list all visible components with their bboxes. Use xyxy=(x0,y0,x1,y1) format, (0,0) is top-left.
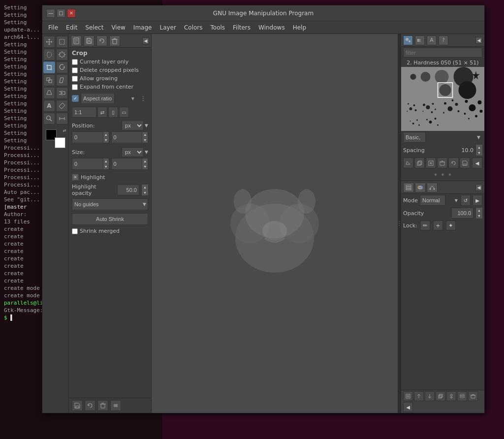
channels-tab[interactable] xyxy=(415,183,426,192)
fixed-checkbox[interactable] xyxy=(72,95,79,102)
layers-merge-btn[interactable] xyxy=(457,391,467,401)
fixed-options-more[interactable]: ⋮ xyxy=(138,95,148,102)
expand-from-center-checkbox[interactable] xyxy=(72,84,78,90)
menu-image[interactable]: Image xyxy=(129,23,156,32)
crop-tool[interactable] xyxy=(43,62,55,73)
position-x-down[interactable]: ▼ xyxy=(103,137,109,143)
brush-save-btn[interactable] xyxy=(460,157,470,168)
allow-growing-row[interactable]: Allow growing xyxy=(69,74,151,83)
brush-panel-expand[interactable]: ◀ xyxy=(475,37,482,44)
opacity-down[interactable]: ▼ xyxy=(475,213,482,219)
delete-cropped-checkbox[interactable] xyxy=(72,67,78,73)
fuzzy-select-tool[interactable] xyxy=(56,49,68,61)
mode-history-btn[interactable]: ▶ xyxy=(472,195,482,206)
lock-pixels-btn[interactable]: ✏ xyxy=(420,220,430,230)
position-y-input[interactable] xyxy=(112,134,142,140)
expand-from-center-row[interactable]: Expand from center xyxy=(69,83,151,91)
background-color[interactable] xyxy=(55,137,65,148)
position-x-up[interactable]: ▲ xyxy=(103,132,109,137)
menu-edit[interactable]: Edit xyxy=(62,23,81,32)
mode-select[interactable]: Normal Dissolve Multiply Screen Overlay xyxy=(420,195,445,206)
options-reset-icon[interactable] xyxy=(96,35,107,46)
options-save-icon[interactable] xyxy=(84,35,94,46)
auto-shrink-button[interactable]: Auto Shrink xyxy=(72,213,148,225)
menu-layer[interactable]: Layer xyxy=(156,23,180,32)
brush-edit-btn[interactable] xyxy=(403,157,413,168)
menu-colors[interactable]: Colors xyxy=(180,23,207,32)
size-w-down[interactable]: ▼ xyxy=(103,164,109,169)
free-select-tool[interactable] xyxy=(43,49,55,61)
highlight-opacity-input[interactable] xyxy=(117,185,139,195)
options-more-btn[interactable] xyxy=(110,400,121,411)
options-save-preset-btn[interactable] xyxy=(72,400,83,411)
size-h-input[interactable] xyxy=(112,161,142,167)
brush-font-btn[interactable]: A xyxy=(427,35,437,45)
opacity-up[interactable]: ▲ xyxy=(475,208,482,213)
layers-delete-btn[interactable] xyxy=(468,391,478,401)
highlight-opacity-down[interactable]: ▼ xyxy=(141,190,148,195)
position-y-up[interactable]: ▲ xyxy=(142,132,148,137)
aspect-ratio-select[interactable]: Aspect ratio Width Height Size xyxy=(81,93,115,104)
brush-category-select[interactable]: Basic, Sketch Legacy xyxy=(403,132,426,143)
delete-cropped-row[interactable]: Delete cropped pixels xyxy=(69,66,151,74)
ratio-swap-btn[interactable]: ⇄ xyxy=(97,107,107,118)
options-delete-icon[interactable] xyxy=(109,35,120,46)
brush-refresh-btn[interactable] xyxy=(448,157,459,168)
magnify-tool[interactable] xyxy=(43,113,55,125)
menu-select[interactable]: Select xyxy=(81,23,107,32)
menu-windows[interactable]: Windows xyxy=(254,23,289,32)
size-h-up[interactable]: ▲ xyxy=(142,158,148,164)
lock-position-btn[interactable]: + xyxy=(433,220,443,230)
layers-new-btn[interactable] xyxy=(403,391,413,401)
menu-filters[interactable]: Filters xyxy=(229,23,254,32)
allow-growing-checkbox[interactable] xyxy=(72,76,78,82)
position-unit-select[interactable]: px % in mm xyxy=(122,121,144,130)
brush-help-btn[interactable]: ? xyxy=(439,35,448,45)
layers-lower-btn[interactable] xyxy=(425,391,435,401)
opacity-input[interactable] xyxy=(451,208,473,219)
spacing-up[interactable]: ▲ xyxy=(475,145,482,150)
color-picker-tool[interactable] xyxy=(56,100,68,112)
color-swatches[interactable]: ⇄ xyxy=(46,129,65,148)
spacing-down[interactable]: ▼ xyxy=(475,150,482,156)
text-tool[interactable]: A xyxy=(43,100,55,112)
brush-duplicate-btn[interactable] xyxy=(414,157,425,168)
size-h-down[interactable]: ▼ xyxy=(142,164,148,169)
options-document-icon[interactable] xyxy=(71,35,82,46)
layers-duplicate-btn[interactable] xyxy=(436,391,445,401)
position-y-down[interactable]: ▼ xyxy=(142,137,148,143)
highlight-opacity-up[interactable]: ▲ xyxy=(141,185,148,190)
layers-anchor-btn[interactable] xyxy=(446,391,456,401)
layers-panel-expand[interactable]: ◀ xyxy=(475,184,482,191)
layers-tab[interactable] xyxy=(403,183,414,192)
shrink-merged-row[interactable]: Shrink merged xyxy=(69,227,151,235)
lock-all-btn[interactable]: ✦ xyxy=(446,220,456,230)
brush-filter-input[interactable] xyxy=(403,48,482,58)
options-restore-btn[interactable] xyxy=(85,400,95,411)
current-layer-only-checkbox[interactable] xyxy=(72,59,78,65)
ratio-landscape-btn[interactable]: ▭ xyxy=(119,107,129,118)
menu-file[interactable]: File xyxy=(44,23,62,32)
shrink-merged-checkbox[interactable] xyxy=(72,228,78,234)
flip-tool[interactable] xyxy=(56,87,68,99)
shear-tool[interactable] xyxy=(56,74,68,86)
size-w-up[interactable]: ▲ xyxy=(103,158,109,164)
paths-tab[interactable] xyxy=(427,183,438,192)
brush-delete-btn[interactable] xyxy=(437,157,447,168)
scale-tool[interactable] xyxy=(43,74,55,86)
guides-select[interactable]: No guides Center lines Rule of thirds Go… xyxy=(72,198,148,210)
brush-gradient-btn[interactable] xyxy=(415,35,425,45)
menu-view[interactable]: View xyxy=(107,23,129,32)
layers-panel-menu-btn[interactable]: ◀ xyxy=(403,402,413,412)
measure-tool[interactable] xyxy=(56,113,68,125)
layers-raise-btn[interactable] xyxy=(414,391,424,401)
rotate-tool[interactable] xyxy=(56,62,68,73)
perspective-tool[interactable] xyxy=(43,87,55,99)
move-tool[interactable] xyxy=(43,36,55,48)
mode-reset-btn[interactable]: ↺ xyxy=(461,195,471,206)
close-button[interactable]: ✕ xyxy=(67,9,76,18)
ratio-input[interactable] xyxy=(72,107,96,118)
highlight-x-btn[interactable]: ✕ xyxy=(72,174,79,181)
options-delete-btn[interactable] xyxy=(97,400,108,411)
ratio-portrait-btn[interactable]: ▯ xyxy=(108,107,118,118)
